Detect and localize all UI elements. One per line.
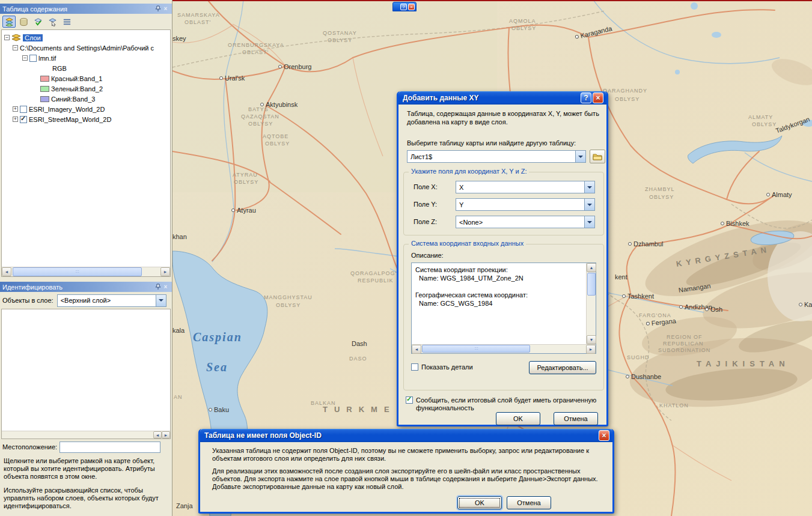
tree-item-label: Слои xyxy=(23,34,43,41)
scroll-thumb[interactable] xyxy=(422,345,530,353)
pin-icon[interactable] xyxy=(154,283,162,291)
scroll-thumb[interactable] xyxy=(13,267,142,276)
description-vertical-scrollbar[interactable] xyxy=(586,263,596,344)
collapse-icon[interactable] xyxy=(13,45,18,50)
map-label: KYRGYZSTAN xyxy=(676,244,771,269)
scroll-right-icon[interactable] xyxy=(586,345,596,354)
map-label: Namangan xyxy=(678,282,711,294)
folder-icon xyxy=(593,153,602,160)
map-label: BATYS xyxy=(248,106,269,112)
tree-item-streetmap[interactable]: ESRI_StreetMap_World_2D xyxy=(2,114,170,124)
scroll-down-icon[interactable] xyxy=(587,335,596,344)
close-button[interactable] xyxy=(599,430,609,441)
results-horizontal-scrollbar[interactable] xyxy=(2,431,170,439)
list-by-visibility-button[interactable] xyxy=(31,16,44,28)
cs-group-title: Система координат входных данных xyxy=(409,240,526,247)
map-label: SUBORDINATION xyxy=(658,347,710,353)
pin-icon[interactable] xyxy=(154,5,162,13)
ok-button[interactable]: OK xyxy=(457,496,502,509)
chevron-down-icon[interactable] xyxy=(584,181,594,193)
layer-checkbox[interactable] xyxy=(20,106,27,113)
tree-item-label: Зеленый:Band_2 xyxy=(51,85,103,93)
tree-item-band-red[interactable]: Красный:Band_1 xyxy=(2,73,170,83)
field-y-combobox[interactable]: Y xyxy=(456,198,595,211)
map-label: OBLYSY xyxy=(752,121,777,127)
field-z-combobox[interactable]: <None> xyxy=(456,216,595,228)
description-horizontal-scrollbar[interactable] xyxy=(412,344,596,353)
close-button[interactable] xyxy=(593,93,603,103)
layer-checkbox[interactable] xyxy=(29,55,37,62)
tree-item-group[interactable]: C:\Documents and Settings\Admin\Рабочий … xyxy=(2,43,170,53)
toc-options-button[interactable] xyxy=(60,16,73,28)
identify-titlebar: Идентифицировать xyxy=(0,282,172,292)
description-label: Описание: xyxy=(411,252,444,259)
chevron-down-icon[interactable] xyxy=(156,295,166,306)
close-icon[interactable] xyxy=(162,5,169,13)
map-label: OBLYSY xyxy=(265,141,290,147)
scroll-left-icon[interactable] xyxy=(2,267,11,276)
left-dock: Таблица содержания Слои xyxy=(0,0,172,516)
expand-icon[interactable] xyxy=(13,106,18,112)
cancel-button[interactable]: Отмена xyxy=(507,496,551,509)
tree-item-imagery[interactable]: ESRI_Imagery_World_2D xyxy=(2,104,170,114)
combobox-value: Y xyxy=(456,199,584,210)
close-icon[interactable]: × xyxy=(408,4,415,10)
list-by-source-button[interactable] xyxy=(17,16,30,28)
map-label: OBLYSY xyxy=(615,96,640,102)
scroll-thumb[interactable] xyxy=(587,273,596,296)
scroll-right-icon[interactable] xyxy=(160,267,170,276)
warn-checkbox-row: Сообщить, если итоговый слой будет иметь… xyxy=(406,396,604,412)
chevron-down-icon[interactable] xyxy=(575,151,585,162)
identify-results-area[interactable] xyxy=(1,309,171,439)
list-by-drawing-order-button[interactable] xyxy=(2,16,16,28)
layers-icon xyxy=(11,34,21,41)
scroll-up-icon[interactable] xyxy=(587,263,596,272)
map-label: Osh xyxy=(705,306,722,313)
scroll-right-icon[interactable] xyxy=(162,431,170,439)
help-icon[interactable]: ? xyxy=(400,4,407,10)
location-input[interactable] xyxy=(60,442,160,453)
dialog-titlebar[interactable]: Добавить данные XY xyxy=(398,91,606,105)
chevron-down-icon[interactable] xyxy=(584,216,594,228)
field-z-label: Поле Z: xyxy=(414,218,437,225)
toc-horizontal-scrollbar[interactable] xyxy=(2,267,170,276)
tree-item-layers[interactable]: Слои xyxy=(2,32,170,43)
description-box[interactable]: Система координат проекции: Name: WGS_19… xyxy=(411,263,596,354)
cancel-button[interactable]: Отмена xyxy=(554,412,598,425)
close-icon[interactable] xyxy=(162,283,169,291)
map-label: AQMOLA xyxy=(509,18,536,24)
field-x-label: Поле X: xyxy=(414,183,438,190)
table-combobox[interactable]: Лист1$ xyxy=(407,150,586,163)
map-label: RESPUBLIK xyxy=(358,278,394,284)
scroll-left-icon[interactable] xyxy=(153,431,162,439)
identify-layer-combobox[interactable]: <Верхний слой> xyxy=(57,294,166,307)
show-details-checkbox[interactable] xyxy=(411,363,418,371)
map-label: MANGGHYSTAU xyxy=(264,294,313,300)
map-label: QORAGALPOG'IS xyxy=(350,270,403,276)
hint-text: Используйте раскрывающийся список, чтобы… xyxy=(4,487,168,510)
tree-item-label: RGB xyxy=(52,65,67,72)
warning-paragraph: Для реализации этих возможностей после с… xyxy=(212,467,604,491)
expand-icon[interactable] xyxy=(13,117,18,122)
help-button[interactable] xyxy=(581,93,591,103)
list-by-selection-button[interactable] xyxy=(46,16,59,28)
collapse-icon[interactable] xyxy=(4,35,10,40)
hint-text: Щелкните или выберите рамкой на карте об… xyxy=(4,457,168,481)
edit-button[interactable]: Редактировать... xyxy=(529,361,596,374)
fields-group-title: Укажите поля для координат X, Y и Z: xyxy=(409,168,529,175)
map-label: kent xyxy=(615,273,627,281)
layer-checkbox[interactable] xyxy=(20,116,27,123)
tree-item-raster[interactable]: lmn.tif xyxy=(2,53,170,63)
tree-item-band-green[interactable]: Зеленый:Band_2 xyxy=(2,83,170,94)
dialog-titlebar[interactable]: Таблица не имеет поля Object-ID xyxy=(200,429,612,442)
collapse-icon[interactable] xyxy=(22,55,28,61)
scroll-left-icon[interactable] xyxy=(412,345,421,354)
map-top-border xyxy=(172,0,812,1)
browse-button[interactable] xyxy=(590,150,605,163)
field-x-combobox[interactable]: X xyxy=(456,181,595,193)
tree-item-band-blue[interactable]: Синий:Band_3 xyxy=(2,94,170,104)
warn-checkbox[interactable] xyxy=(406,396,413,404)
chevron-down-icon[interactable] xyxy=(584,199,594,210)
ok-button[interactable]: OK xyxy=(496,412,540,425)
warn-label: Сообщить, если итоговый слой будет иметь… xyxy=(416,396,601,412)
